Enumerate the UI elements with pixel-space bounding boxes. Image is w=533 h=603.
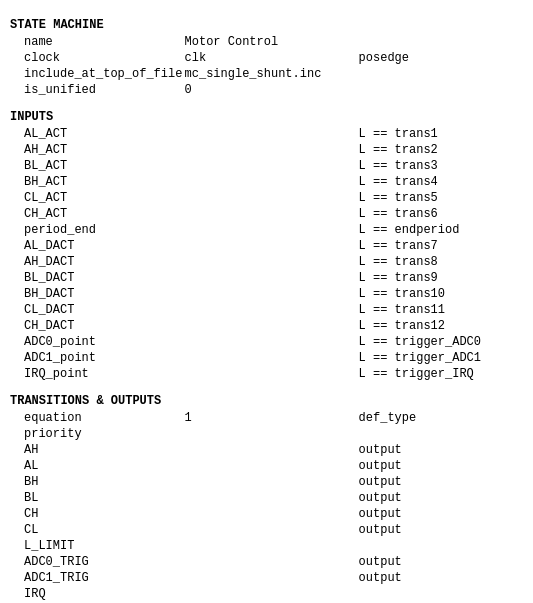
transition-label: L_LIMIT [10,539,185,553]
transitions-row: AHoutput [10,442,523,458]
input-col2 [185,335,359,349]
transitions-type-priority [359,427,523,441]
transitions-row: IRQ [10,586,523,602]
input-condition: L == trans3 [359,159,523,173]
transition-type [359,587,523,601]
inputs-row: BL_DACTL == trans9 [10,270,523,286]
sm-row-name: name Motor Control [10,34,523,50]
transition-type: output [359,523,523,537]
input-col2 [185,143,359,157]
sm-extra-include [359,67,523,81]
inputs-row: BH_DACTL == trans10 [10,286,523,302]
transition-type [359,539,523,553]
transitions-row: ADC1_TRIGoutput [10,570,523,586]
input-condition: L == trans4 [359,175,523,189]
inputs-row: period_endL == endperiod [10,222,523,238]
transition-label: BH [10,475,185,489]
transition-col2 [185,475,359,489]
input-condition: L == trigger_ADC0 [359,335,523,349]
transition-type: output [359,571,523,585]
sm-value-clock: clk [185,51,359,65]
sm-row-clock: clock clk posedge [10,50,523,66]
input-condition: L == trans2 [359,143,523,157]
transitions-row: CLoutput [10,522,523,538]
input-label: BH_DACT [10,287,185,301]
transitions-label-equation: equation [10,411,185,425]
input-label: IRQ_point [10,367,185,381]
inputs-row: ADC1_pointL == trigger_ADC1 [10,350,523,366]
state-machine-title: STATE MACHINE [10,18,523,32]
transition-col2 [185,459,359,473]
input-col2 [185,255,359,269]
input-label: CL_ACT [10,191,185,205]
transition-col2 [185,587,359,601]
inputs-row: CL_DACTL == trans11 [10,302,523,318]
inputs-row: BL_ACTL == trans3 [10,158,523,174]
input-col2 [185,319,359,333]
input-label: period_end [10,223,185,237]
input-condition: L == trans10 [359,287,523,301]
input-condition: L == trans8 [359,255,523,269]
input-condition: L == trans9 [359,271,523,285]
inputs-row: AL_ACTL == trans1 [10,126,523,142]
input-col2 [185,127,359,141]
sm-row-unified: is_unified 0 [10,82,523,98]
input-label: ADC1_point [10,351,185,365]
transition-type: output [359,555,523,569]
sm-label-name: name [10,35,185,49]
input-col2 [185,367,359,381]
inputs-rows: AL_ACTL == trans1AH_ACTL == trans2BL_ACT… [10,126,523,382]
input-col2 [185,239,359,253]
transitions-header-row: equation 1 def_type [10,410,523,426]
sm-label-clock: clock [10,51,185,65]
transition-label: CH [10,507,185,521]
inputs-row: AH_DACTL == trans8 [10,254,523,270]
inputs-row: CH_ACTL == trans6 [10,206,523,222]
input-condition: L == trans12 [359,319,523,333]
inputs-section: INPUTS AL_ACTL == trans1AH_ACTL == trans… [10,110,523,382]
input-condition: L == trans7 [359,239,523,253]
transition-type: output [359,475,523,489]
input-col2 [185,351,359,365]
inputs-title: INPUTS [10,110,523,124]
sm-extra-unified [359,83,523,97]
input-label: ADC0_point [10,335,185,349]
transitions-section: TRANSITIONS & OUTPUTS equation 1 def_typ… [10,394,523,602]
input-condition: L == trans1 [359,127,523,141]
transitions-title: TRANSITIONS & OUTPUTS [10,394,523,408]
inputs-row: BH_ACTL == trans4 [10,174,523,190]
transition-label: AL [10,459,185,473]
input-col2 [185,271,359,285]
input-label: CH_DACT [10,319,185,333]
input-condition: L == trigger_IRQ [359,367,523,381]
input-col2 [185,303,359,317]
input-label: AL_DACT [10,239,185,253]
transitions-row: L_LIMIT [10,538,523,554]
transition-col2 [185,571,359,585]
transition-label: ADC1_TRIG [10,571,185,585]
transition-label: IRQ [10,587,185,601]
transitions-rows: AHoutputALoutputBHoutputBLoutputCHoutput… [10,442,523,602]
transitions-row: ALoutput [10,458,523,474]
transition-label: CL [10,523,185,537]
input-label: CH_ACT [10,207,185,221]
input-condition: L == trans6 [359,207,523,221]
input-col2 [185,287,359,301]
input-label: BL_ACT [10,159,185,173]
inputs-row: IRQ_pointL == trigger_IRQ [10,366,523,382]
transition-type: output [359,507,523,521]
input-col2 [185,207,359,221]
transition-label: ADC0_TRIG [10,555,185,569]
inputs-row: CL_ACTL == trans5 [10,190,523,206]
sm-extra-clock: posedge [359,51,523,65]
transition-col2 [185,507,359,521]
state-machine-section: STATE MACHINE name Motor Control clock c… [10,18,523,98]
input-condition: L == trigger_ADC1 [359,351,523,365]
transition-type: output [359,459,523,473]
transitions-value-priority [185,427,359,441]
transition-col2 [185,523,359,537]
transitions-type-equation: def_type [359,411,523,425]
transition-type: output [359,491,523,505]
input-col2 [185,175,359,189]
sm-value-unified: 0 [185,83,359,97]
